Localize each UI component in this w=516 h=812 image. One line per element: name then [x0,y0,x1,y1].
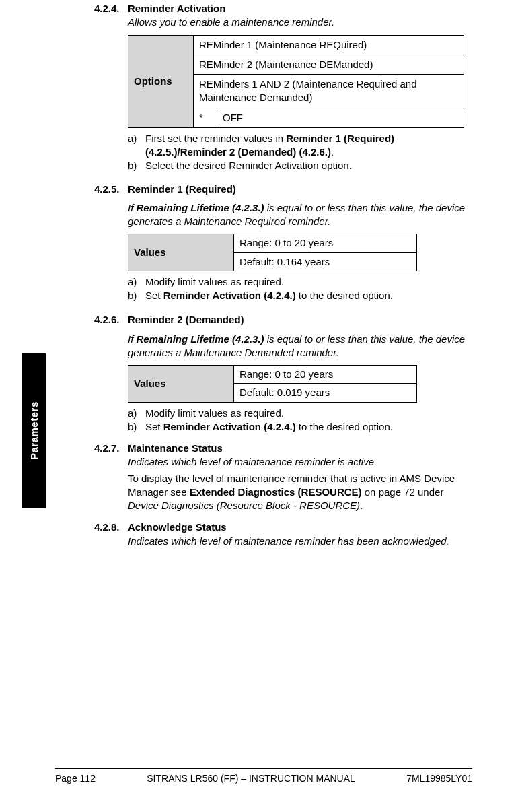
section-description: If Remaining Lifetime (4.2.3.) is equal … [128,201,470,229]
step-text: Modify limit values as required. [145,407,284,420]
section-title: Maintenance Status [128,442,470,455]
section-title: Reminder 1 (Required) [128,182,470,196]
section-description: If Remaining Lifetime (4.2.3.) is equal … [128,333,470,360]
step-text: First set the reminder values in Reminde… [145,132,470,160]
option-row: REMinder 1 (Maintenance REQuired) [194,35,464,55]
section-description: Allows you to enable a maintenance remin… [128,15,470,29]
options-table: Options REMinder 1 (Maintenance REQuired… [128,35,464,128]
steps-list: a) Modify limit values as required. b) S… [128,407,470,434]
section-427: 4.2.7. Maintenance Status Indicates whic… [94,442,470,512]
step-marker: a) [128,275,145,289]
value-default: Default: 0.019 years [234,384,417,402]
page-footer: Page 112 SITRANS LR560 (FF) – INSTRUCTIO… [55,768,472,784]
section-426: 4.2.6. Reminder 2 (Demanded) If Remainin… [94,313,470,435]
value-default: Default: 0.164 years [234,252,417,271]
section-paragraph: To display the level of maintenance remi… [128,472,470,513]
value-range: Range: 0 to 20 years [234,234,417,252]
step-text: Modify limit values as required. [145,275,284,289]
section-425: 4.2.5. Reminder 1 (Required) If Remainin… [94,182,470,304]
section-title: Reminder Activation [128,2,470,15]
values-header: Values [128,234,234,271]
option-row: REMinder 2 (Maintenance DEManded) [194,55,464,74]
options-header: Options [128,35,194,127]
step-marker: b) [128,289,145,302]
steps-list: a) Modify limit values as required. b) S… [128,275,470,303]
step-marker: a) [128,407,145,420]
section-description: Indicates which level of maintenance rem… [128,455,470,469]
footer-manual-title: SITRANS LR560 (FF) – INSTRUCTION MANUAL [147,773,355,784]
option-row: OFF [217,108,464,127]
section-424: 4.2.4. Reminder Activation Allows you to… [94,2,470,174]
step-text: Select the desired Reminder Activation o… [145,159,352,172]
section-number: 4.2.7. [94,442,128,512]
section-title: Reminder 2 (Demanded) [128,313,470,327]
values-table: Values Range: 0 to 20 years Default: 0.0… [128,365,417,403]
section-number: 4.2.5. [94,182,128,304]
step-marker: b) [128,420,145,434]
option-default-star: * [194,108,217,127]
option-row: REMinders 1 AND 2 (Maintenance Required … [194,75,464,108]
steps-list: a) First set the reminder values in Remi… [128,132,470,173]
section-title: Acknowledge Status [128,520,470,534]
step-marker: b) [128,159,145,172]
value-range: Range: 0 to 20 years [234,366,417,384]
values-table: Values Range: 0 to 20 years Default: 0.1… [128,234,417,271]
step-text: Set Reminder Activation (4.2.4.) to the … [145,420,393,434]
footer-page-number: Page 112 [55,773,96,784]
side-tab-label: Parameters [22,353,46,508]
step-text: Set Reminder Activation (4.2.4.) to the … [145,289,393,302]
section-428: 4.2.8. Acknowledge Status Indicates whic… [94,520,470,548]
values-header: Values [128,366,234,403]
section-description: Indicates which level of maintenance rem… [128,535,470,548]
footer-doc-code: 7ML19985LY01 [406,773,472,784]
step-marker: a) [128,132,145,160]
section-number: 4.2.4. [94,2,128,174]
section-number: 4.2.6. [94,313,128,435]
section-number: 4.2.8. [94,520,128,548]
